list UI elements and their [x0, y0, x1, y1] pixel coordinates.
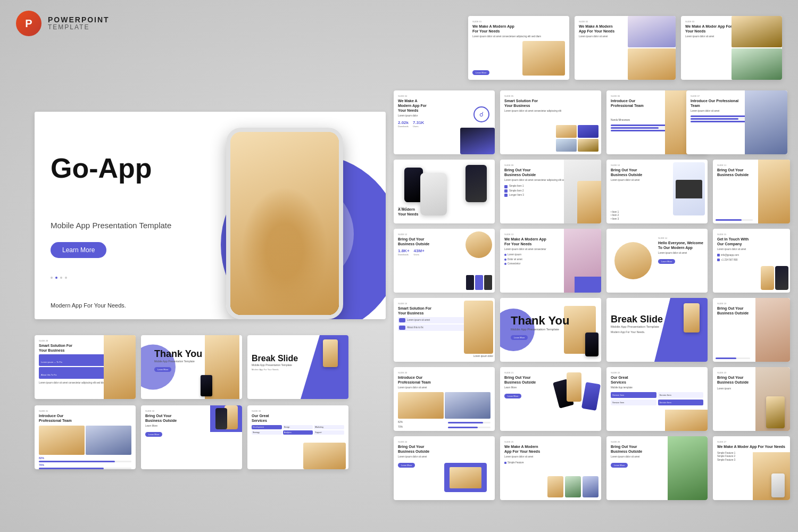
contact-items: info@goapp.com +1 234 567 890 [717, 254, 786, 262]
slide-button[interactable]: Learn More [145, 432, 162, 437]
slide-row6-2[interactable]: SLIDE 21 Bring Out YourBusiness Outside … [500, 367, 601, 431]
slide-top-1[interactable]: SLIDE 01 We Make A Modern AppFor Your Ne… [468, 16, 569, 80]
mini-phone-3 [484, 275, 492, 290]
slide-top-3[interactable]: SLIDE 03 We Make A Moder App For Your Ne… [681, 16, 782, 80]
slide-mid-2[interactable]: SLIDE 05 Smart Solution ForYour Business… [500, 90, 601, 154]
thankyou-title: Thank You [511, 314, 569, 328]
slide-button-1[interactable]: Learn More [472, 70, 489, 75]
contact-icon [717, 254, 720, 256]
slide-image [522, 41, 565, 76]
slide-thankyou[interactable]: Thank You Mobile App Presentation Templa… [500, 298, 601, 362]
main-slide-content: Go-App Mobile App Presentation Template … [35, 112, 386, 319]
phone-overlay [766, 396, 785, 428]
slide-row4-4-inner: SLIDE 15 Get In Touch WithOur Company Lo… [713, 229, 790, 293]
slide-text-small: Lorem ipsum dolor [473, 350, 493, 359]
slide-row5-1[interactable]: SLIDE 16 Smart Solution ForYour Business… [394, 298, 495, 362]
slide-button[interactable]: Learn More [398, 463, 415, 468]
team-grid [398, 392, 491, 419]
break-subtitle: Mobile App Presentation Template [611, 325, 663, 328]
slide-title: Introduce OurProfessional Team [39, 413, 131, 423]
slide-row6-3[interactable]: SLIDE 22 Our GreatServices Mobile App te… [606, 367, 708, 431]
phone-screen [230, 132, 339, 315]
team-2 [445, 392, 491, 419]
learn-more-button[interactable]: Learn More [51, 242, 106, 258]
slide-label: SLIDE 15 [717, 233, 786, 236]
slide-bottom-break[interactable]: Break Slide Mobile App Presentation Temp… [247, 335, 348, 399]
slide-button[interactable]: Learn More [658, 259, 675, 264]
person-img [577, 181, 601, 223]
slide-row4-bl-3[interactable]: SLIDE 33 Our GreatServices Development D… [247, 405, 348, 469]
header: P POWERPOINT TEMPLATE [16, 11, 110, 36]
slide-row3-2[interactable]: SLIDE 09 Bring Out YourBusiness Outside … [500, 160, 601, 223]
slide-text: Lorem ipsum dolor sit amet [691, 110, 744, 113]
slide-row4-3[interactable]: SLIDE 14 Hello Everyone, WelcomeTo Our M… [606, 229, 708, 293]
phone-c [581, 382, 601, 411]
slide-row4-2[interactable]: SLIDE 13 We Make A Modern AppFor Your Ne… [500, 229, 601, 293]
grid-img-1 [556, 125, 577, 138]
slide-top-3-inner: SLIDE 03 We Make A Moder App For Your Ne… [681, 16, 782, 80]
pb [716, 358, 750, 359]
slide-row6-2-inner: SLIDE 21 Bring Out YourBusiness Outside … [500, 367, 601, 431]
photo-b [732, 48, 782, 80]
progress-section [716, 218, 753, 221]
slide-title: We Make A Moder App For Your Needs [717, 444, 786, 449]
purple-footer [575, 277, 601, 293]
grid-img-2 [578, 125, 598, 138]
slide-row5-4[interactable]: SLIDE 19 Bring Out YourBusiness Outside [713, 298, 790, 362]
avatar-circle [466, 231, 492, 258]
laptop-screen [676, 180, 702, 198]
text: Thank You Mobile App Presentation Templa… [154, 348, 202, 372]
stat-num: 43M+ [414, 248, 425, 253]
slide-text: Lorem ipsum dolor sit amet [398, 455, 491, 459]
phone-break-small [323, 339, 338, 367]
slide-row4-bl-1[interactable]: SLIDE 31 Introduce OurProfessional Team … [35, 405, 136, 469]
slide-break[interactable]: Break Slide Mobile App Presentation Temp… [606, 298, 708, 362]
main-footer: Modern App For Your Needs. [51, 302, 126, 309]
slide-row6-1[interactable]: SLIDE 20 Introduce OurProfessional Team … [394, 367, 495, 431]
slide-row3-4[interactable]: SLIDE 11 Bring Out YourBusiness Outside [713, 160, 790, 223]
dot-1 [51, 277, 53, 279]
person-image [104, 335, 136, 399]
team-pb-2 [39, 468, 131, 469]
slide-button[interactable]: Learn More [611, 463, 628, 468]
slide-row7-2[interactable]: SLIDE 25 We Make A ModernApp For Your Ne… [500, 436, 601, 500]
slide-label: SLIDE 25 [504, 440, 597, 443]
slide-row4-bl-3-inner: SLIDE 33 Our GreatServices Development D… [247, 405, 348, 469]
svc-1: Development [252, 425, 282, 429]
text-content: Thank You Mobile App Presentation Templa… [511, 314, 569, 340]
feat-item: Simple Feature [504, 461, 597, 464]
slide-row4-bl-2[interactable]: SLIDE 32 Bring Out YourBusiness Outside … [141, 405, 242, 469]
break-title-text: Break Slide [252, 354, 298, 363]
slide-row4-4[interactable]: SLIDE 15 Get In Touch WithOur Company Lo… [713, 229, 790, 293]
slide-row3-1[interactable]: SLIDE 08 A ModernYour Needs [394, 160, 495, 223]
slide-row6-4[interactable]: SLIDE 23 Bring Out YourBusiness Outside … [713, 367, 790, 431]
slide-title-bottom: A ModernYour Needs [398, 207, 418, 218]
slide-title: We Make A Moder App For Your Needs [685, 24, 733, 34]
slide-row7-3[interactable]: SLIDE 26 Bring Out YourBusiness Outside … [606, 436, 708, 500]
slide-bottom-thankyou[interactable]: Thank You Mobile App Presentation Templa… [141, 335, 242, 399]
slide-row3-3[interactable]: SLIDE 10 Bring Out YourBusiness Outside … [606, 160, 708, 223]
slide-mid-1[interactable]: SLIDE 04 We Make AModern App ForYour Nee… [394, 90, 495, 154]
svc-4: Strategy [252, 430, 282, 435]
slide-row7-4[interactable]: SLIDE 27 We Make A Moder App For Your Ne… [713, 436, 790, 500]
slide-mid-2-inner: SLIDE 05 Smart Solution ForYour Business… [500, 90, 601, 154]
slide-row5-4-inner: SLIDE 19 Bring Out YourBusiness Outside [713, 298, 790, 362]
slide-title: Our GreatServices [252, 413, 344, 423]
slide-row4-1[interactable]: SLIDE 12 Bring Out YourBusiness Outside … [394, 229, 495, 293]
main-slide[interactable]: Go-App Mobile App Presentation Template … [35, 112, 386, 319]
feature-list: • Item 1 • Item 2 • Item 3 [611, 211, 619, 221]
slide-row7-1[interactable]: SLIDE 24 Bring Out YourBusiness Outside … [394, 436, 495, 500]
slide-mid-4[interactable]: SLIDE 07 Introduce Our Professional Team… [686, 90, 787, 154]
slide-row4-3-inner: SLIDE 14 Hello Everyone, WelcomeTo Our M… [606, 229, 708, 293]
phone-br [771, 473, 785, 497]
slide-top-2[interactable]: SLIDE 02 We Make A ModernApp For Your Ne… [575, 16, 676, 80]
slide-button[interactable]: Learn More [511, 335, 528, 340]
break-footer: Modern App For Your Needs. [611, 330, 663, 334]
service-3: Service Item [611, 400, 656, 405]
slide-button[interactable]: Learn More [504, 394, 521, 398]
slide-label: SLIDE 22 [611, 371, 703, 374]
slide-bottom-break-inner: Break Slide Mobile App Presentation Temp… [247, 335, 348, 399]
slide-bottom-1[interactable]: SLIDE 28 Smart Solution ForYour Business… [35, 335, 136, 399]
main-title: Go-App [51, 154, 152, 182]
slide-button[interactable]: Learn More [154, 367, 171, 372]
